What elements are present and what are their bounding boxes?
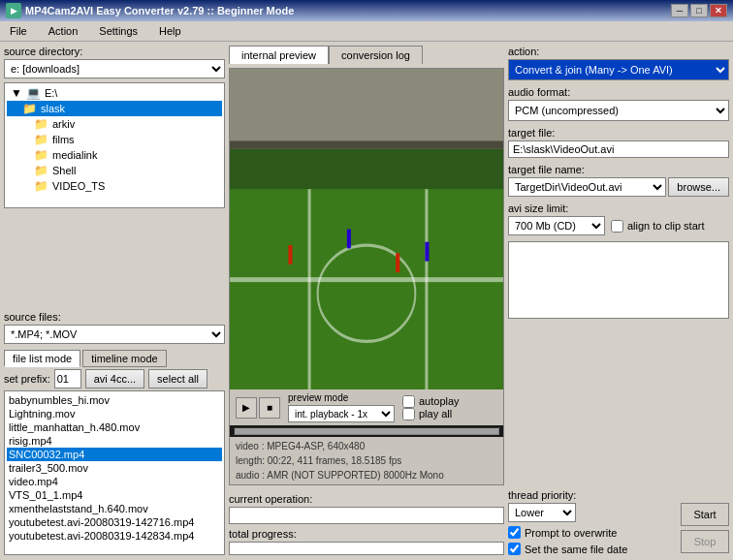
menu-bar: File Action Settings Help xyxy=(0,21,733,42)
action-select[interactable]: Convert & join (Many -> One AVI) Convert… xyxy=(508,59,729,80)
play-all-checkbox[interactable] xyxy=(402,408,415,420)
play-button[interactable]: ▶ xyxy=(236,397,257,419)
source-files-label: source files: xyxy=(4,311,225,323)
svg-rect-4 xyxy=(308,189,311,389)
autoplay-checkbox[interactable] xyxy=(402,395,415,408)
svg-rect-8 xyxy=(347,230,351,249)
prompt-overwrite-label: Prompt to overwrite xyxy=(525,527,617,539)
preview-mode-label: preview mode xyxy=(288,392,348,403)
video-overlay xyxy=(230,69,503,389)
set-prefix-label: set prefix: xyxy=(4,373,50,385)
stop-button[interactable]: ■ xyxy=(259,397,280,419)
title-bar: ▶ MP4Cam2AVI Easy Converter v2.79 :: Beg… xyxy=(0,0,733,21)
tree-item-medialink[interactable]: 📁medialink xyxy=(7,147,222,163)
list-item[interactable]: VTS_01_1.mp4 xyxy=(7,488,222,502)
svg-rect-12 xyxy=(230,140,503,148)
video-area xyxy=(230,69,503,389)
app-title: MP4Cam2AVI Easy Converter v2.79 :: Begin… xyxy=(25,5,294,16)
start-button[interactable]: Start xyxy=(681,503,729,526)
list-item[interactable]: youtubetest.avi-20080319-142834.mp4 xyxy=(7,529,222,543)
svg-rect-10 xyxy=(425,242,429,262)
preview-mode-select[interactable]: int. playback - 1x int. playback - 2x ex… xyxy=(288,405,395,422)
timeline-mode-tab[interactable]: timeline mode xyxy=(82,350,166,367)
total-progress-label: total progress: xyxy=(229,528,504,540)
play-all-label: play all xyxy=(419,408,452,420)
target-file-name-select[interactable]: TargetDir\VideoOut.avi xyxy=(508,177,666,197)
set-prefix-input[interactable] xyxy=(54,369,81,389)
tree-item-films[interactable]: 📁films xyxy=(7,132,222,147)
list-item[interactable]: xmenthelaststand_h.640.mov xyxy=(7,502,222,515)
maximize-button[interactable]: □ xyxy=(690,4,708,17)
list-item[interactable]: video.mp4 xyxy=(7,475,222,488)
target-file-label: target file: xyxy=(508,127,729,139)
svg-rect-7 xyxy=(288,245,292,264)
target-file-path: E:\slask\VideoOut.avi xyxy=(508,140,729,158)
close-button[interactable]: ✕ xyxy=(710,4,727,17)
thread-priority-select[interactable]: Lower Normal Higher xyxy=(508,503,576,522)
browse-button[interactable]: browse... xyxy=(668,177,729,197)
minimize-button[interactable]: ─ xyxy=(671,4,688,17)
svg-rect-5 xyxy=(425,189,428,389)
menu-action[interactable]: Action xyxy=(43,23,84,39)
internal-preview-tab[interactable]: internal preview xyxy=(229,46,329,64)
total-progress-bar xyxy=(229,542,504,555)
source-files-filter[interactable]: *.MP4; *.MOV xyxy=(4,325,225,344)
avi-size-label: avi size limit: xyxy=(508,202,729,214)
stop-button[interactable]: Stop xyxy=(681,530,729,553)
avi-4cc-button[interactable]: avi 4cc... xyxy=(85,369,144,389)
file-list: babynumbles_hi.mov Lightning.mov little_… xyxy=(4,390,225,555)
svg-rect-9 xyxy=(396,253,399,272)
file-list-mode-tab[interactable]: file list mode xyxy=(4,350,80,367)
tree-item-shell[interactable]: 📁Shell xyxy=(7,163,222,178)
app-icon: ▶ xyxy=(6,3,21,18)
tree-item-arkiv[interactable]: 📁arkiv xyxy=(7,116,222,132)
autoplay-label: autoplay xyxy=(419,395,460,407)
align-clip-label: align to clip start xyxy=(627,220,704,232)
source-dir-label: source directory: xyxy=(4,46,225,57)
same-file-date-checkbox[interactable] xyxy=(508,543,521,555)
source-dir-select[interactable]: e: [downloads] xyxy=(4,59,225,78)
menu-help[interactable]: Help xyxy=(153,23,187,39)
select-all-button[interactable]: select all xyxy=(148,369,207,389)
target-file-name-label: target file name: xyxy=(508,164,729,175)
directory-tree: ▼💻E:\ 📁slask 📁arkiv 📁films 📁medialink xyxy=(4,82,225,208)
thread-priority-label: thread priority: xyxy=(508,489,677,501)
same-file-date-label: Set the same file date xyxy=(525,544,627,555)
tree-item-slask[interactable]: 📁slask xyxy=(7,101,222,116)
avi-size-select[interactable]: 700 Mb (CD) 1400 Mb No limit xyxy=(508,216,605,235)
list-item[interactable]: SNC00032.mp4 xyxy=(7,448,222,461)
svg-rect-11 xyxy=(230,69,503,149)
current-op-input xyxy=(229,507,504,524)
conversion-log-tab[interactable]: conversion log xyxy=(329,46,423,64)
tree-item-e[interactable]: ▼💻E:\ xyxy=(7,85,222,101)
current-op-label: current operation: xyxy=(229,493,504,505)
tree-item-video-ts[interactable]: 📁VIDEO_TS xyxy=(7,178,222,194)
list-item[interactable]: babynumbles_hi.mov xyxy=(7,393,222,407)
list-item[interactable]: risig.mp4 xyxy=(7,434,222,448)
menu-settings[interactable]: Settings xyxy=(93,23,143,39)
seek-bar[interactable] xyxy=(234,427,499,435)
svg-rect-2 xyxy=(230,189,503,389)
list-item[interactable]: Lightning.mov xyxy=(7,407,222,420)
audio-format-label: audio format: xyxy=(508,86,729,98)
video-info: video : MPEG4-ASP, 640x480 length: 00:22… xyxy=(230,437,503,484)
audio-format-select[interactable]: PCM (uncompressed) MP3 AAC xyxy=(508,100,729,121)
action-label: action: xyxy=(508,46,729,57)
menu-file[interactable]: File xyxy=(4,23,33,39)
list-item[interactable]: youtubetest.avi-20080319-142716.mp4 xyxy=(7,515,222,529)
svg-rect-3 xyxy=(230,277,503,282)
list-item[interactable]: trailer3_500.mov xyxy=(7,461,222,475)
prompt-overwrite-checkbox[interactable] xyxy=(508,526,521,539)
align-clip-checkbox[interactable] xyxy=(611,220,623,233)
list-item[interactable]: little_manhattan_h.480.mov xyxy=(7,420,222,434)
